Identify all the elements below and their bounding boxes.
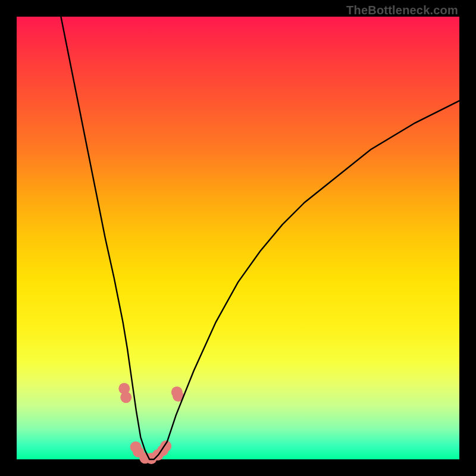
plot-area xyxy=(17,17,459,459)
marker-dot xyxy=(171,386,183,397)
bottleneck-curve xyxy=(61,17,459,459)
chart-svg xyxy=(17,17,459,459)
watermark-text: TheBottleneck.com xyxy=(346,4,458,17)
chart-markers xyxy=(118,383,184,464)
marker-dot xyxy=(120,392,131,403)
chart-frame: TheBottleneck.com xyxy=(0,0,476,476)
